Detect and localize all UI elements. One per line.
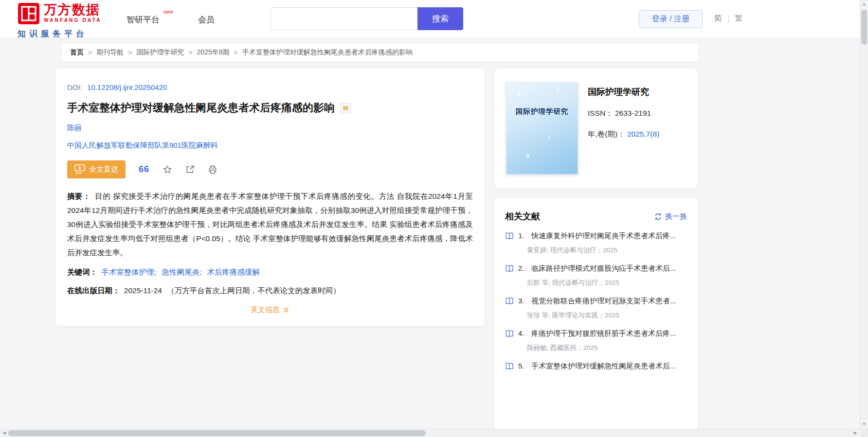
- horizontal-scrollbar[interactable]: ◀ ▶: [0, 429, 860, 437]
- print-icon[interactable]: [208, 165, 217, 175]
- related-item-number: 4.: [518, 329, 527, 337]
- related-item-number: 2.: [518, 264, 527, 272]
- breadcrumb-separator: >: [188, 49, 192, 56]
- vertical-scroll-thumb[interactable]: [861, 10, 867, 45]
- article-title: 手术室整体护理对缓解急性阑尾炎患者术后疼痛感的影响: [67, 101, 335, 115]
- right-sidebar: 国际护理学研究 国际护理学研究 ISSN： 2633-2191 年,卷(期)： …: [494, 69, 698, 437]
- journal-card: 国际护理学研究 国际护理学研究 ISSN： 2633-2191 年,卷(期)： …: [494, 69, 698, 188]
- related-item-number: 3.: [518, 297, 527, 305]
- affiliation-line: 中国人民解放军联勤保障部队第901医院麻醉科: [67, 141, 473, 150]
- keyword-link[interactable]: 手术室整体护理;: [101, 268, 156, 276]
- issn-row: ISSN： 2633-2191: [588, 108, 659, 119]
- pubdate-note: （万方平台首次上网日期，不代表论文的发表时间）: [167, 286, 341, 295]
- journal-info: 国际护理学研究 ISSN： 2633-2191 年,卷(期)： 2025,7(8…: [588, 82, 659, 175]
- title-line: 手术室整体护理对缓解急性阑尾炎患者术后疼痛感的影响 M: [67, 101, 473, 115]
- author-link[interactable]: 陈丽: [67, 123, 82, 132]
- scroll-right-arrow-icon[interactable]: ▶: [851, 429, 859, 437]
- share-icon[interactable]: [185, 165, 195, 174]
- refresh-icon: [654, 212, 662, 221]
- fulltext-label: 全文直达: [89, 165, 118, 174]
- medline-badge: M: [341, 103, 351, 113]
- article-toolbar: free 全文直达 66: [67, 160, 473, 178]
- related-item-meta: 陈丽敏; 西藏医药；2025: [527, 344, 687, 352]
- nav-zhiyan-label: 智研平台: [127, 15, 160, 24]
- doi-link[interactable]: 10.12208/j.ijnr.20250420: [87, 83, 167, 91]
- affiliation-link[interactable]: 中国人民解放军联勤保障部队第901医院麻醉科: [67, 141, 218, 149]
- journal-name[interactable]: 国际护理学研究: [588, 86, 659, 98]
- breadcrumb-journal[interactable]: 国际护理学研究: [136, 48, 184, 57]
- keywords-line: 关键词： 手术室整体护理; 急性阑尾炎; 术后疼痛感缓解: [67, 267, 473, 278]
- related-item-title[interactable]: 手术室整体护理对缓解急性阑尾炎患者术后...: [531, 362, 676, 371]
- scroll-down-arrow-icon[interactable]: ▼: [860, 420, 868, 428]
- svg-text:free: free: [75, 171, 82, 175]
- english-info-toggle[interactable]: 英文信息: [67, 305, 473, 315]
- related-item-number: 5.: [518, 362, 527, 370]
- nav-zhiyan-platform[interactable]: 智研平台 new: [127, 14, 160, 25]
- related-item-meta: 黄亚婷; 现代诊断与治疗；2025: [527, 246, 687, 255]
- refresh-label: 换一换: [665, 212, 687, 221]
- nav-member[interactable]: 会员: [198, 14, 215, 25]
- journal-cover-title: 国际护理学研究: [506, 107, 578, 116]
- related-item-title[interactable]: 视觉分散联合疼痛护理对冠脉支架手术患者...: [531, 297, 676, 306]
- search-bar: 搜索: [271, 7, 463, 30]
- doi-line: DOI: 10.12208/j.ijnr.20250420: [67, 83, 473, 91]
- issn-value: 2633-2191: [615, 109, 651, 117]
- author-line: 陈丽: [67, 123, 473, 133]
- book-icon: [505, 330, 514, 338]
- related-item: 5. 手术室整体护理对缓解急性阑尾炎患者术后...: [505, 362, 687, 371]
- book-icon: [505, 297, 514, 305]
- header: 万方数据 WANFANG DATA 知识服务平台 智研平台 new 会员 搜索 …: [0, 0, 868, 38]
- volume-label: 年,卷(期)：: [588, 130, 625, 138]
- wanfang-logo-icon: [18, 2, 40, 27]
- volume-link[interactable]: 2025,7(8): [627, 130, 659, 138]
- refresh-related-button[interactable]: 换一换: [654, 212, 687, 221]
- abstract-label: 摘要：: [67, 192, 90, 200]
- keyword-link[interactable]: 术后疼痛感缓解: [207, 268, 260, 276]
- keyword-link[interactable]: 急性阑尾炎;: [162, 268, 201, 276]
- article-card: DOI: 10.12208/j.ijnr.20250420 手术室整体护理对缓解…: [55, 69, 485, 326]
- related-item-meta: 彭群 等; 现代诊断与治疗；2025: [527, 279, 687, 287]
- breadcrumb-current: 手术室整体护理对缓解急性阑尾炎患者术后疼痛感的影响: [242, 48, 413, 57]
- related-item: 3. 视觉分散联合疼痛护理对冠脉支架手术患者... 张珍 等; 医学理论与实践；…: [505, 297, 687, 320]
- related-item: 1. 快速康复外科护理对阑尾炎手术患者术后疼... 黄亚婷; 现代诊断与治疗；2…: [505, 231, 687, 255]
- related-item-title[interactable]: 快速康复外科护理对阑尾炎手术患者术后疼...: [531, 231, 676, 241]
- fulltext-button[interactable]: free 全文直达: [67, 160, 126, 178]
- related-item: 4. 疼痛护理干预对腹腔镜肝脏手术患者术后疼... 陈丽敏; 西藏医药；2025: [505, 329, 687, 352]
- breadcrumb-separator: >: [88, 49, 92, 56]
- related-item-title[interactable]: 临床路径护理模式对腹股沟疝手术患者术后...: [531, 264, 676, 273]
- brand-block: 万方数据 WANFANG DATA: [44, 2, 102, 23]
- book-icon: [505, 362, 514, 370]
- pubdate-line: 在线出版日期： 2025-11-24 （万方平台首次上网日期，不代表论文的发表时…: [67, 286, 473, 296]
- lang-traditional[interactable]: 繁: [735, 14, 742, 24]
- search-input[interactable]: [271, 7, 417, 30]
- horizontal-scroll-thumb[interactable]: [8, 430, 426, 436]
- lang-simplified[interactable]: 简: [714, 14, 722, 24]
- pubdate-label: 在线出版日期：: [67, 286, 120, 295]
- free-fulltext-icon: free: [74, 164, 85, 175]
- breadcrumb-separator: >: [128, 49, 132, 56]
- abstract-text: 目的 探究接受手术治疗的阑尾炎患者在手术室整体护理干预下术后疼痛感的变化。方法 …: [67, 192, 473, 257]
- favorite-star-icon[interactable]: [163, 165, 172, 175]
- keywords-label: 关键词：: [67, 268, 97, 276]
- abstract-paragraph: 摘要： 目的 探究接受手术治疗的阑尾炎患者在手术室整体护理干预下术后疼痛感的变化…: [67, 189, 473, 260]
- related-item-number: 1.: [518, 231, 527, 240]
- scrollbar-corner: [860, 429, 868, 437]
- english-info-label: 英文信息: [251, 305, 280, 315]
- related-item-title[interactable]: 疼痛护理干预对腹腔镜肝脏手术患者术后疼...: [531, 329, 676, 338]
- journal-cover[interactable]: 国际护理学研究: [506, 82, 578, 175]
- breadcrumb-journal-nav[interactable]: 期刊导航: [96, 48, 124, 57]
- wanfang-logo[interactable]: 万方数据 WANFANG DATA 知识服务平台: [18, 2, 102, 39]
- related-articles-card: 相关文献 换一换: [494, 198, 698, 437]
- book-icon: [505, 264, 514, 273]
- login-register-button[interactable]: 登录 / 注册: [639, 10, 703, 28]
- vertical-scrollbar[interactable]: ▲ ▼: [860, 0, 868, 437]
- scroll-left-arrow-icon[interactable]: ◀: [0, 429, 8, 437]
- cite-quote-icon[interactable]: 66: [139, 164, 149, 175]
- breadcrumb-issue[interactable]: 2025年8期: [197, 48, 230, 57]
- brand-tagline: 知识服务平台: [18, 28, 102, 39]
- issn-label: ISSN：: [588, 109, 613, 117]
- book-icon: [505, 232, 514, 240]
- scroll-up-arrow-icon[interactable]: ▲: [860, 0, 868, 8]
- breadcrumb-home[interactable]: 首页: [70, 48, 84, 57]
- search-button[interactable]: 搜索: [417, 7, 463, 30]
